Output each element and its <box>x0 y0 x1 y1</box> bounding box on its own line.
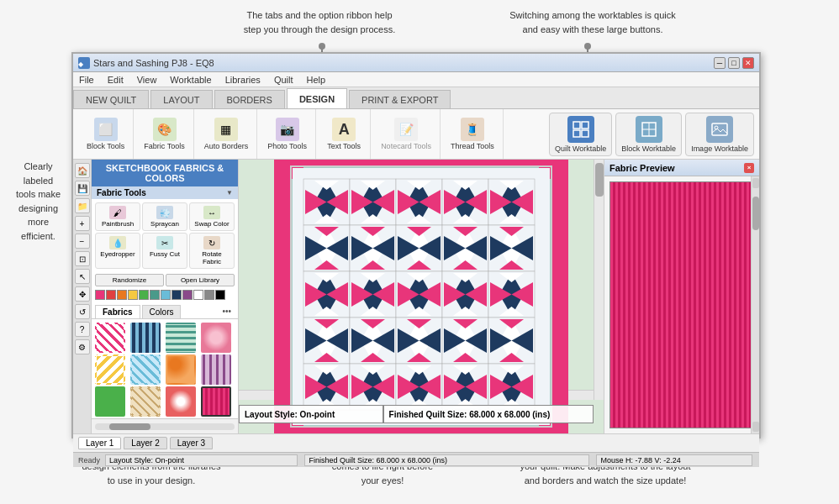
menu-view[interactable]: View <box>135 75 160 85</box>
randomize-button[interactable]: Randomize <box>95 274 164 286</box>
block-worktable-button[interactable]: Block Worktable <box>615 113 682 156</box>
swap-color-tool[interactable]: ↔ Swap Color <box>189 202 235 231</box>
fabric-swatch-6[interactable] <box>130 354 161 385</box>
layer-tab-1[interactable]: Layer 1 <box>78 437 121 449</box>
fabric-swatch-1[interactable] <box>95 323 125 353</box>
color-swatch-teal[interactable] <box>150 290 160 300</box>
paintbrush-icon: 🖌 <box>109 206 126 219</box>
color-swatch-red[interactable] <box>106 290 116 300</box>
toolbar-fit[interactable]: ⊡ <box>75 251 90 266</box>
menu-quilt[interactable]: Quilt <box>272 75 296 85</box>
more-options[interactable]: ••• <box>219 305 235 318</box>
toolbar-zoom-out[interactable]: − <box>75 234 90 249</box>
toolbar-home[interactable]: 🏠 <box>75 163 90 178</box>
fabric-preview-panel: Fabric Preview × <box>604 160 759 433</box>
open-library-button[interactable]: Open Library <box>166 274 235 286</box>
menu-libraries[interactable]: Libraries <box>223 75 263 85</box>
minimize-button[interactable]: ─ <box>714 57 726 69</box>
toolbar-zoom-in[interactable]: + <box>75 216 90 231</box>
fabric-swatch-12[interactable] <box>201 386 231 417</box>
fabric-tools-icon: 🎨 <box>153 118 177 141</box>
block-tools-button[interactable]: ⬜ Block Tools <box>83 116 128 152</box>
tab-print-export[interactable]: PRINT & EXPORT <box>349 90 451 108</box>
toolbar-rotate[interactable]: ↺ <box>75 304 90 319</box>
tab-borders[interactable]: BORDERS <box>214 90 285 108</box>
maximize-button[interactable]: □ <box>728 57 740 69</box>
color-swatch-navy[interactable] <box>171 290 182 300</box>
annotation-top-right: Switching among the worktables is quick … <box>496 8 689 36</box>
tab-colors[interactable]: Colors <box>142 305 182 318</box>
preview-scrollbar[interactable] <box>751 176 759 433</box>
thread-tools-button[interactable]: 🧵 Thread Tools <box>447 116 498 152</box>
ribbon-group-thread: 🧵 Thread Tools <box>442 109 504 159</box>
fabric-swatch-2[interactable] <box>130 323 161 353</box>
spraycan-tool[interactable]: 💨 Spraycan <box>142 202 187 231</box>
fabric-tools-button[interactable]: 🎨 Fabric Tools <box>140 116 187 152</box>
bottom-size-bar: Finished Quilt Size: 68.000 x 68.000 (in… <box>304 454 589 466</box>
svg-rect-0 <box>573 122 580 129</box>
toolbar-settings[interactable]: ⚙ <box>75 339 90 354</box>
color-swatch-gray[interactable] <box>204 290 214 300</box>
bottom-layout-text: Layout Style: On-point <box>109 456 184 465</box>
fabric-swatch-11[interactable] <box>166 386 196 417</box>
notecard-tools-label: Notecard Tools <box>381 142 431 150</box>
color-swatch-white[interactable] <box>193 290 203 300</box>
vertical-scrollbar[interactable] <box>594 160 604 400</box>
toolbar-open[interactable]: 📁 <box>75 198 90 213</box>
title-bar-controls: ─ □ ✕ <box>714 57 754 69</box>
toolbar-move[interactable]: ✥ <box>75 286 90 302</box>
tab-design[interactable]: DESIGN <box>287 88 347 108</box>
annotation-left-side: Clearly labeled tools make designing mor… <box>7 160 70 243</box>
paintbrush-tool[interactable]: 🖌 Paintbrush <box>95 202 140 231</box>
color-swatch-blue[interactable] <box>161 290 171 300</box>
toolbar-save[interactable]: 💾 <box>75 181 90 196</box>
fabric-swatch-5[interactable] <box>95 354 125 385</box>
menu-edit[interactable]: Edit <box>105 75 126 85</box>
fabric-swatch-7[interactable] <box>166 354 196 385</box>
svg-rect-17 <box>551 179 568 414</box>
ready-status: Ready <box>78 456 100 465</box>
thread-tools-label: Thread Tools <box>451 142 494 150</box>
fabric-swatch-9[interactable] <box>95 386 125 417</box>
menu-bar: File Edit View Worktable Libraries Quilt… <box>73 72 759 87</box>
color-swatch-yellow[interactable] <box>128 290 138 300</box>
toolbar-help[interactable]: ? <box>75 322 90 337</box>
layer-tab-2[interactable]: Layer 2 <box>124 437 166 449</box>
tab-new-quilt[interactable]: NEW QUILT <box>73 90 149 108</box>
title-bar: ◆ Stars and Sashing PJ8 - EQ8 ─ □ ✕ <box>73 54 759 72</box>
color-swatch-orange[interactable] <box>117 290 127 300</box>
layer-tab-3[interactable]: Layer 3 <box>170 437 213 449</box>
fabric-swatch-10[interactable] <box>130 386 161 417</box>
text-tools-button[interactable]: A Text Tools <box>323 116 365 152</box>
tab-layout[interactable]: LAYOUT <box>150 90 212 108</box>
preview-scroll-thumb[interactable] <box>752 197 759 230</box>
toolbar-select[interactable]: ↖ <box>75 269 90 284</box>
image-worktable-button[interactable]: Image Worktable <box>685 113 754 156</box>
color-swatch-purple[interactable] <box>182 290 193 300</box>
fussy-cut-tool[interactable]: ✂ Fussy Cut <box>142 233 187 269</box>
color-swatch-green[interactable] <box>139 290 149 300</box>
panel-scrollbar[interactable] <box>92 418 238 433</box>
tab-fabrics[interactable]: Fabrics <box>95 305 140 318</box>
notecard-tools-icon: 📝 <box>394 118 418 141</box>
fabric-swatch-3[interactable] <box>166 323 196 353</box>
quilt-worktable-button[interactable]: Quilt Worktable <box>549 113 612 156</box>
close-button[interactable]: ✕ <box>742 57 754 69</box>
preview-close-button[interactable]: × <box>744 163 754 173</box>
ribbon: ⬜ Block Tools 🎨 Fabric Tools ▦ Auto Bord… <box>73 109 759 160</box>
fabric-swatch-8[interactable] <box>201 354 231 385</box>
panel-subtitle-arrow[interactable]: ▼ <box>226 189 233 197</box>
notecard-tools-button[interactable]: 📝 Notecard Tools <box>377 116 435 152</box>
photo-tools-button[interactable]: 📷 Photo Tools <box>264 116 310 152</box>
menu-file[interactable]: File <box>77 75 97 85</box>
color-swatch-black[interactable] <box>215 290 225 300</box>
eyedropper-tool[interactable]: 💧 Eyedropper <box>95 233 140 269</box>
svg-rect-1 <box>582 122 588 129</box>
menu-worktable[interactable]: Worktable <box>167 75 214 85</box>
menu-help[interactable]: Help <box>304 75 329 85</box>
auto-borders-button[interactable]: ▦ Auto Borders <box>201 116 252 152</box>
color-swatch-pink[interactable] <box>95 290 105 300</box>
rotate-fabric-tool[interactable]: ↻ Rotate Fabric <box>189 233 235 269</box>
eyedropper-icon: 💧 <box>109 236 126 249</box>
fabric-swatch-4[interactable] <box>201 323 231 353</box>
